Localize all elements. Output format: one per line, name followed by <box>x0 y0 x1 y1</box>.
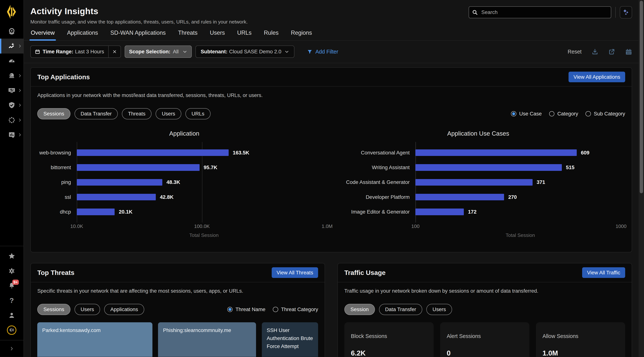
filter-chip-time-range[interactable]: Time Range: Last 3 Hours <box>30 46 121 58</box>
chip-value: All <box>173 49 179 55</box>
view-all-applications-button[interactable]: View All Applications <box>568 72 625 82</box>
bar-bittorrent[interactable] <box>77 164 200 171</box>
tabs: OverviewApplicationsSD-WAN ApplicationsT… <box>30 30 644 40</box>
calendar-icon[interactable] <box>625 48 632 55</box>
treemap-tile-phishing-slearncommnuity-me[interactable]: Phishing:slearncommnuity.me <box>158 322 256 357</box>
pill-threats[interactable]: Threats <box>122 108 152 119</box>
category-label: ping <box>37 179 77 185</box>
category-label: Conversational Agent <box>331 150 416 156</box>
pill-data-transfer[interactable]: Data Transfer <box>379 304 422 315</box>
tab-overview[interactable]: Overview <box>30 30 55 40</box>
bar-writing-assistant[interactable] <box>415 164 562 171</box>
sidebar-item-monitor-pulse[interactable] <box>0 83 24 98</box>
value-label: 163.5K <box>233 150 249 156</box>
share-icon[interactable] <box>608 48 615 55</box>
sidebar-item-chart-box[interactable] <box>0 127 24 142</box>
metric-pills: SessionsUsersApplications <box>37 304 144 315</box>
page-subtitle: Monitor traffic usage, and view the top … <box>30 19 248 25</box>
sidebar-item-star[interactable] <box>0 249 24 263</box>
view-all-threats-button[interactable]: View All Threats <box>272 267 318 278</box>
sidebar-item-user[interactable] <box>0 308 24 323</box>
stat-value: 0 <box>447 349 523 357</box>
tab-rules[interactable]: Rules <box>264 30 279 40</box>
ai-assistant-button[interactable] <box>620 6 632 19</box>
sidebar-item-shield-check[interactable] <box>0 98 24 113</box>
brand-logo-icon[interactable] <box>6 5 17 19</box>
add-filter-button[interactable]: Add Filter <box>307 49 338 55</box>
panel-description: Traffic usage in your network broken dow… <box>344 288 625 294</box>
chevron-right-icon <box>9 346 14 351</box>
sidebar-item-gauge[interactable] <box>0 54 24 68</box>
pill-sessions[interactable]: Sessions <box>37 108 70 119</box>
bar-web-browsing[interactable] <box>77 149 229 156</box>
sidebar-item-dotted-circle[interactable] <box>0 113 24 127</box>
tab-applications[interactable]: Applications <box>67 30 98 40</box>
filter-chip-subtenant[interactable]: Subtenant: Cloud SASE Demo 2.0 <box>196 46 294 58</box>
tab-threats[interactable]: Threats <box>178 30 198 40</box>
pill-urls[interactable]: URLs <box>186 108 210 119</box>
tab-regions[interactable]: Regions <box>290 30 312 40</box>
pill-users[interactable]: Users <box>74 304 100 315</box>
star-icon <box>8 252 16 260</box>
remove-filter-button[interactable] <box>108 46 120 58</box>
radio-threat-category[interactable]: Threat Category <box>273 306 318 312</box>
metric-pills: SessionData TransferUsers <box>344 304 452 315</box>
chart-title: Application <box>37 130 331 137</box>
sidebar-item-help[interactable]: ? <box>0 293 24 308</box>
pill-session[interactable]: Session <box>344 304 375 315</box>
radio-threat-name[interactable]: Threat Name <box>227 306 266 312</box>
panel-header: Top Threats View All Threats <box>31 263 325 282</box>
sidebar-item-insights[interactable] <box>0 39 24 53</box>
tab-sd-wan-applications[interactable]: SD-WAN Applications <box>110 30 166 40</box>
bar-ping[interactable] <box>77 179 162 186</box>
scrollbar-thumb[interactable] <box>640 1 643 193</box>
reset-button[interactable]: Reset <box>568 49 582 55</box>
radio-use-case[interactable]: Use Case <box>511 111 542 117</box>
chevron-right-icon <box>18 74 22 78</box>
radio-label: Use Case <box>519 111 542 117</box>
filter-bar: Time Range: Last 3 Hours Scope Selection… <box>24 41 644 63</box>
tab-urls[interactable]: URLs <box>237 30 252 40</box>
bar-conversational-agent[interactable] <box>415 149 577 156</box>
close-icon <box>112 50 117 54</box>
bar-code-assistant-generator[interactable] <box>415 179 532 186</box>
pill-data-transfer[interactable]: Data Transfer <box>74 108 118 119</box>
bar-dhcp[interactable] <box>77 209 115 215</box>
radio-category[interactable]: Category <box>549 111 578 117</box>
notification-badge: 9+ <box>12 280 19 285</box>
filter-chip-scope[interactable]: Scope Selection: All <box>125 46 192 58</box>
sidebar-item-avatar[interactable]: CI <box>0 323 24 337</box>
chart-title: Application Use Cases <box>331 130 625 137</box>
panel-body: Applications in your network with the mo… <box>31 87 632 245</box>
sidebar-item-radar[interactable] <box>0 24 24 39</box>
bar-image-editor-generator[interactable] <box>415 209 464 215</box>
scrollbar-track[interactable] <box>638 0 644 357</box>
threats-treemap: Parked:kentonsawdy.comPhishing:slearncom… <box>37 322 318 357</box>
alarm-icon <box>8 72 16 80</box>
chevron-right-icon <box>18 103 22 107</box>
value-label: 42.8K <box>160 194 174 200</box>
search-input[interactable] <box>469 6 611 18</box>
value-label: 270 <box>508 194 517 200</box>
bar-ssl[interactable] <box>77 194 156 200</box>
tab-users[interactable]: Users <box>210 30 225 40</box>
radio-sub-category[interactable]: Sub Category <box>586 111 625 117</box>
sidebar-expand-button[interactable] <box>0 343 24 354</box>
value-label: 172 <box>468 209 476 215</box>
treemap-tile-parked-kentonsawdy-com[interactable]: Parked:kentonsawdy.com <box>37 322 152 357</box>
pill-users[interactable]: Users <box>426 304 452 315</box>
pill-sessions[interactable]: Sessions <box>37 304 70 315</box>
sidebar-item-gear[interactable] <box>0 263 24 278</box>
pill-users[interactable]: Users <box>156 108 181 119</box>
bar-developer-platform[interactable] <box>415 194 504 200</box>
search-box <box>469 6 611 18</box>
chip-value: Last 3 Hours <box>75 49 104 55</box>
download-icon[interactable] <box>592 48 598 55</box>
sidebar-item-bell[interactable]: 9+ <box>0 278 24 293</box>
sidebar-item-alarm[interactable] <box>0 68 24 83</box>
treemap-tile-ssh-user-authentication-brute-[interactable]: SSH User Authentication Brute Force Atte… <box>262 322 318 357</box>
category-label: ssl <box>37 194 77 200</box>
view-all-traffic-button[interactable]: View All Traffic <box>582 267 625 278</box>
pill-applications[interactable]: Applications <box>104 304 144 315</box>
chart-controls: SessionsData TransferThreatsUsersURLs Us… <box>37 108 625 119</box>
